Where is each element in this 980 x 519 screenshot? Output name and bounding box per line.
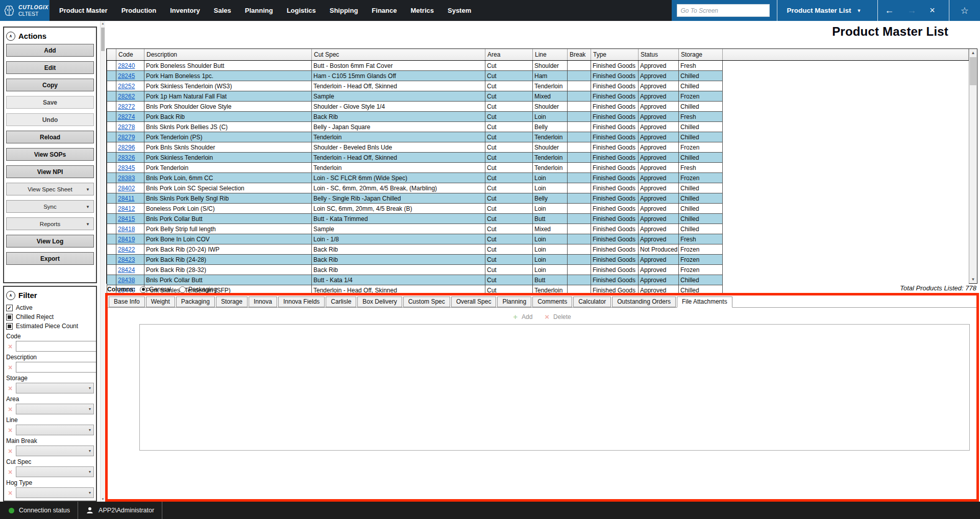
view-log-button[interactable]: View Log bbox=[6, 235, 94, 248]
row-selector-cell[interactable] bbox=[107, 204, 116, 214]
column-header-description[interactable]: Description bbox=[144, 49, 312, 61]
row-selector-cell[interactable] bbox=[107, 122, 116, 132]
tab-innova-fields[interactable]: Innova Fields bbox=[278, 296, 325, 307]
table-row[interactable]: 28422Pork Back Rib (20-24) IWPBack RibCu… bbox=[107, 244, 969, 255]
column-header-line[interactable]: Line bbox=[533, 49, 568, 61]
scroll-down-icon[interactable]: ▼ bbox=[969, 276, 977, 283]
product-code-link[interactable]: 28402 bbox=[118, 185, 135, 192]
storage-filter-select[interactable]: ▾ bbox=[16, 383, 94, 393]
table-row[interactable]: 28279Pork Tenderloin (PS)TenderloinCutTe… bbox=[107, 132, 969, 142]
export-button[interactable]: Export bbox=[6, 252, 94, 265]
row-selector-cell[interactable] bbox=[107, 214, 116, 224]
tab-packaging[interactable]: Packaging bbox=[176, 296, 215, 307]
table-scrollbar-thumb[interactable] bbox=[970, 57, 976, 85]
table-row[interactable]: 28423Pork Back Rib (24-28)Back RibCutLoi… bbox=[107, 255, 969, 265]
clear-icon[interactable]: × bbox=[6, 384, 14, 392]
checkbox-indeterminate-icon[interactable] bbox=[6, 323, 13, 330]
description-filter-input[interactable] bbox=[16, 362, 97, 373]
tab-custom-spec[interactable]: Custom Spec bbox=[403, 296, 450, 307]
product-code-link[interactable]: 28438 bbox=[118, 277, 135, 284]
table-row[interactable]: 28240Pork Boneless Shoulder ButtButt - B… bbox=[107, 61, 969, 71]
sidebar-scrollbar-thumb[interactable] bbox=[101, 28, 105, 51]
table-row[interactable]: 28345Pork TenderloinTenderloinCutTenderl… bbox=[107, 163, 969, 173]
tab-overall-spec[interactable]: Overall Spec bbox=[451, 296, 497, 307]
close-icon[interactable]: × bbox=[923, 5, 942, 16]
menu-item-sales[interactable]: Sales bbox=[214, 7, 231, 14]
screen-selector-dropdown[interactable]: Product Master List ▼ bbox=[777, 7, 870, 14]
product-code-link[interactable]: 28423 bbox=[118, 256, 135, 263]
table-row[interactable]: 28412Boneless Pork Loin (S/C)Loin SC, 6m… bbox=[107, 204, 969, 214]
row-selector-cell[interactable] bbox=[107, 255, 116, 265]
table-scrollbar[interactable]: ▲ ▼ bbox=[969, 49, 977, 283]
table-row[interactable]: 28272Bnls Pork Shoulder Glove StyleShoul… bbox=[107, 102, 969, 112]
product-code-link[interactable]: 28278 bbox=[118, 123, 135, 131]
menu-item-system[interactable]: System bbox=[448, 7, 471, 14]
table-row[interactable]: 28326Pork Skinless TenderloinTenderloin … bbox=[107, 153, 969, 163]
back-icon[interactable]: ← bbox=[878, 5, 900, 16]
favorite-star-icon[interactable]: ☆ bbox=[949, 5, 980, 16]
clear-icon[interactable]: × bbox=[6, 405, 14, 413]
column-header-storage[interactable]: Storage bbox=[679, 49, 723, 61]
forward-icon[interactable]: → bbox=[900, 5, 923, 16]
menu-item-product-master[interactable]: Product Master bbox=[59, 7, 108, 14]
table-row[interactable]: 28438Bnls Pork Collar ButtButt - Kata 1/… bbox=[107, 275, 969, 285]
product-code-link[interactable]: 28272 bbox=[118, 103, 135, 110]
table-row[interactable]: 28415Bnls Pork Collar ButtButt - Kata Tr… bbox=[107, 214, 969, 224]
row-selector-cell[interactable] bbox=[107, 224, 116, 234]
checkbox-indeterminate-icon[interactable] bbox=[6, 314, 13, 320]
clear-icon[interactable]: × bbox=[6, 468, 14, 476]
column-header-break[interactable]: Break bbox=[568, 49, 591, 61]
attachments-list-area[interactable] bbox=[139, 324, 970, 451]
menu-item-planning[interactable]: Planning bbox=[245, 7, 273, 14]
product-code-link[interactable]: 28274 bbox=[118, 113, 135, 120]
table-row[interactable]: 28411Bnls Sknls Pork Belly Sngl RibBelly… bbox=[107, 193, 969, 204]
row-selector-cell[interactable] bbox=[107, 132, 116, 142]
menu-item-metrics[interactable]: Metrics bbox=[410, 7, 434, 14]
row-selector-cell[interactable] bbox=[107, 81, 116, 91]
tab-planning[interactable]: Planning bbox=[497, 296, 531, 307]
menu-item-finance[interactable]: Finance bbox=[372, 7, 397, 14]
row-selector-cell[interactable] bbox=[107, 265, 116, 275]
hog-type-filter-select[interactable]: ▾ bbox=[16, 487, 94, 498]
radio-packaging-icon[interactable] bbox=[179, 286, 186, 293]
row-selector-cell[interactable] bbox=[107, 153, 116, 163]
tab-weight[interactable]: Weight bbox=[146, 296, 175, 307]
product-code-link[interactable]: 28279 bbox=[118, 134, 135, 141]
tab-file-attachments[interactable]: File Attachments bbox=[677, 296, 732, 308]
tab-calculator[interactable]: Calculator bbox=[573, 296, 611, 307]
column-header-area[interactable]: Area bbox=[485, 49, 533, 61]
columns-option-packaging[interactable]: Packaging bbox=[179, 286, 217, 293]
menu-item-inventory[interactable]: Inventory bbox=[170, 7, 200, 14]
product-code-link[interactable]: 28326 bbox=[118, 154, 135, 161]
product-code-link[interactable]: 28245 bbox=[118, 72, 135, 80]
menu-item-logistics[interactable]: Logistics bbox=[287, 7, 316, 14]
table-row[interactable]: 28424Pork Back Rib (28-32)Back RibCutLoi… bbox=[107, 265, 969, 275]
product-code-link[interactable]: 28412 bbox=[118, 205, 135, 212]
row-selector-cell[interactable] bbox=[107, 244, 116, 255]
clear-icon[interactable]: × bbox=[6, 363, 14, 372]
row-selector-cell[interactable] bbox=[107, 163, 116, 173]
delete-attachment-button[interactable]: Delete bbox=[553, 313, 571, 320]
add-button[interactable]: Add bbox=[6, 44, 94, 57]
product-code-link[interactable]: 28296 bbox=[118, 144, 135, 151]
scroll-up-icon[interactable]: ▲ bbox=[101, 22, 105, 25]
row-selector-cell[interactable] bbox=[107, 112, 116, 122]
row-selector-cell[interactable] bbox=[107, 142, 116, 153]
tab-comments[interactable]: Comments bbox=[532, 296, 572, 307]
row-selector-cell[interactable] bbox=[107, 234, 116, 244]
radio-general-icon[interactable] bbox=[140, 286, 146, 293]
product-code-link[interactable]: 28415 bbox=[118, 215, 135, 223]
table-row[interactable]: 28245Pork Ham Boneless 1pc.Ham - C105 15… bbox=[107, 71, 969, 81]
code-filter-input[interactable] bbox=[16, 341, 97, 352]
product-code-link[interactable]: 28252 bbox=[118, 83, 135, 90]
tab-storage[interactable]: Storage bbox=[216, 296, 248, 307]
table-row[interactable]: 28419Pork Bone In Loin COVLoin - 1/8CutL… bbox=[107, 234, 969, 244]
save-button[interactable]: Save bbox=[6, 96, 94, 109]
table-row[interactable]: 28274Pork Back RibBack RibCutLoinFinishe… bbox=[107, 112, 969, 122]
collapse-chevron-icon[interactable]: ∧ bbox=[6, 291, 15, 300]
table-row[interactable]: 28296Pork Bnls Sknls ShoulderShoulder - … bbox=[107, 142, 969, 153]
clear-icon[interactable]: × bbox=[6, 426, 14, 434]
tab-box-delivery[interactable]: Box Delivery bbox=[357, 296, 402, 307]
sync-button[interactable]: Sync▼ bbox=[6, 200, 94, 213]
view-sops-button[interactable]: View SOPs bbox=[6, 148, 94, 161]
